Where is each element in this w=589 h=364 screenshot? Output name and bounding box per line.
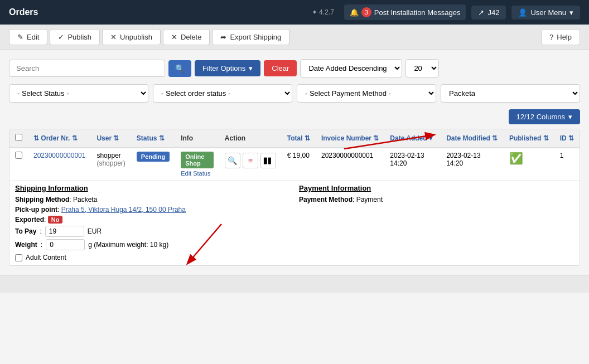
help-button[interactable]: ? Help — [541, 29, 580, 45]
export-icon: ➦ — [220, 33, 226, 41]
question-icon: ? — [549, 33, 553, 41]
payment-info: Payment Information Payment Method: Paym… — [299, 184, 574, 261]
search-button[interactable]: 🔍 — [168, 60, 191, 77]
chevron-down-icon: ▾ — [569, 8, 573, 17]
orders-table: ⇅ Order Nr. ⇅ User ⇅ Status ⇅ Info Actio… — [9, 129, 580, 266]
select-all-checkbox[interactable] — [15, 134, 22, 141]
navbar: Orders ✦ 4.2.7 🔔 3 Post Installation Mes… — [0, 0, 589, 25]
delete-button[interactable]: ✕ Delete — [163, 29, 210, 45]
action-icons: 🔍 ≡ ▊▋ — [225, 153, 276, 168]
shipping-method-filter[interactable]: Packeta — [441, 84, 580, 103]
bell-icon: 🔔 — [350, 8, 359, 17]
j42-button[interactable]: ↗ J42 — [471, 6, 506, 20]
exported-badge: No — [48, 216, 63, 224]
row-order-nr-cell: 20230000000001 — [28, 148, 91, 181]
col-order-nr[interactable]: ⇅ Order Nr. ⇅ — [28, 129, 91, 148]
version-badge: ✦ 4.2.7 — [312, 8, 334, 16]
notification-count: 3 — [361, 7, 371, 17]
expanded-row: Shipping Information Shipping Method: Pa… — [9, 181, 580, 265]
toolbar: ✎ Edit ✓ Publish ✕ Unpublish ✕ Delete ➦ … — [0, 25, 589, 50]
user-icon: 👤 — [518, 8, 527, 17]
col-checkbox — [9, 129, 28, 148]
order-status-filter[interactable]: - Select order status - — [153, 84, 292, 103]
x-icon: ✕ — [110, 33, 117, 41]
weight-row: Weight: g (Maximum weight: 10 kg) — [15, 239, 290, 250]
export-shipping-button[interactable]: ➦ Export Shipping — [212, 29, 289, 45]
per-page-select[interactable]: 20 — [405, 59, 439, 77]
payment-title: Payment Information — [299, 184, 574, 192]
main-content: 🔍 Filter Options ▾ Clear Date Added Desc… — [0, 50, 589, 275]
col-date-added[interactable]: Date Added ▾ — [384, 129, 441, 148]
row-status-cell: Pending — [131, 148, 175, 181]
search-icon: 🔍 — [175, 64, 185, 73]
page-title: Orders — [9, 7, 38, 17]
row-checkbox[interactable] — [15, 152, 22, 159]
filter-row: - Select Status - - Select order status … — [9, 84, 580, 103]
list-icon[interactable]: ≡ — [243, 153, 258, 168]
adult-content-row: Adult Content — [15, 254, 290, 261]
row-published-cell: ✅ — [504, 148, 554, 181]
col-date-modified[interactable]: Date Modified ⇅ — [441, 129, 504, 148]
col-total[interactable]: Total ⇅ — [282, 129, 316, 148]
user-menu-button[interactable]: 👤 User Menu ▾ — [511, 6, 580, 20]
shipping-info: Shipping Information Shipping Method: Pa… — [15, 184, 290, 261]
exported-row: Exported: No — [15, 216, 290, 224]
status-filter[interactable]: - Select Status - — [9, 84, 148, 103]
shipping-title: Shipping Information — [15, 184, 290, 192]
trash-icon: ✕ — [171, 33, 177, 41]
adult-content-label: Adult Content — [26, 254, 66, 261]
barcode-icon[interactable]: ▊▋ — [260, 153, 276, 168]
publish-button[interactable]: ✓ Publish — [50, 29, 100, 45]
chevron-down-icon: ▾ — [249, 64, 253, 72]
status-badge: Pending — [137, 152, 170, 162]
bottom-bar — [0, 275, 589, 293]
row-id-cell: 1 — [554, 148, 580, 181]
clear-button[interactable]: Clear — [264, 60, 297, 76]
pickup-row: Pick-up point: Praha 5, Viktora Huga 14/… — [15, 206, 290, 213]
row-checkbox-cell — [9, 148, 28, 181]
to-pay-input[interactable] — [45, 226, 84, 237]
row-user-cell: shopper (shopper) — [91, 148, 131, 181]
to-pay-row: To Pay: EUR — [15, 226, 290, 237]
pickup-link[interactable]: Praha 5, Viktora Huga 14/2, 150 00 Praha — [61, 206, 186, 213]
filter-options-button[interactable]: Filter Options ▾ — [195, 60, 260, 76]
edit-status-link[interactable]: Edit Status — [181, 170, 214, 177]
payment-method-filter[interactable]: - Select Payment Method - — [297, 84, 436, 103]
chevron-down-icon: ▾ — [568, 113, 572, 121]
payment-method-row: Payment Method: Payment — [299, 196, 574, 203]
row-date-modified-cell: 2023-02-13 14:20 — [441, 148, 504, 181]
online-shop-tag: Online Shop — [181, 152, 214, 168]
published-checkmark: ✅ — [509, 152, 523, 164]
row-info-cell: Online Shop Edit Status — [175, 148, 219, 181]
columns-button[interactable]: 12/12 Columns ▾ — [509, 109, 580, 124]
col-action: Action — [219, 129, 282, 148]
col-published[interactable]: Published ⇅ — [504, 129, 554, 148]
table-row: 20230000000001 shopper (shopper) Pending… — [9, 148, 580, 181]
notifications-button[interactable]: 🔔 3 Post Installation Messages — [344, 4, 466, 20]
shipping-method-row: Shipping Method: Packeta — [15, 196, 290, 203]
post-install-label: Post Installation Messages — [374, 8, 461, 17]
edit-icon: ✎ — [17, 33, 23, 41]
sort-select[interactable]: Date Added Descending — [300, 59, 402, 77]
columns-row: 12/12 Columns ▾ — [9, 109, 580, 124]
col-status[interactable]: Status ⇅ — [131, 129, 175, 148]
edit-button[interactable]: ✎ Edit — [9, 29, 47, 45]
row-invoice-cell: 20230000000001 — [316, 148, 384, 181]
row-total-cell: € 19,00 — [282, 148, 316, 181]
row-action-cell: 🔍 ≡ ▊▋ — [219, 148, 282, 181]
col-invoice[interactable]: Invoice Number ⇅ — [316, 129, 384, 148]
search-bar: 🔍 Filter Options ▾ Clear Date Added Desc… — [9, 59, 580, 77]
expanded-grid: Shipping Information Shipping Method: Pa… — [15, 184, 574, 261]
row-date-added-cell: 2023-02-13 14:20 — [384, 148, 441, 181]
col-user[interactable]: User ⇅ — [91, 129, 131, 148]
view-icon[interactable]: 🔍 — [225, 153, 240, 168]
unpublish-button[interactable]: ✕ Unpublish — [102, 29, 161, 45]
external-link-icon: ↗ — [478, 8, 484, 17]
adult-content-checkbox[interactable] — [15, 254, 22, 261]
expanded-detail-cell: Shipping Information Shipping Method: Pa… — [9, 181, 580, 265]
col-id[interactable]: ID ⇅ — [554, 129, 580, 148]
search-input[interactable] — [9, 60, 165, 77]
order-link[interactable]: 20230000000001 — [33, 152, 85, 159]
weight-input[interactable] — [46, 239, 85, 250]
check-icon: ✓ — [58, 33, 64, 41]
